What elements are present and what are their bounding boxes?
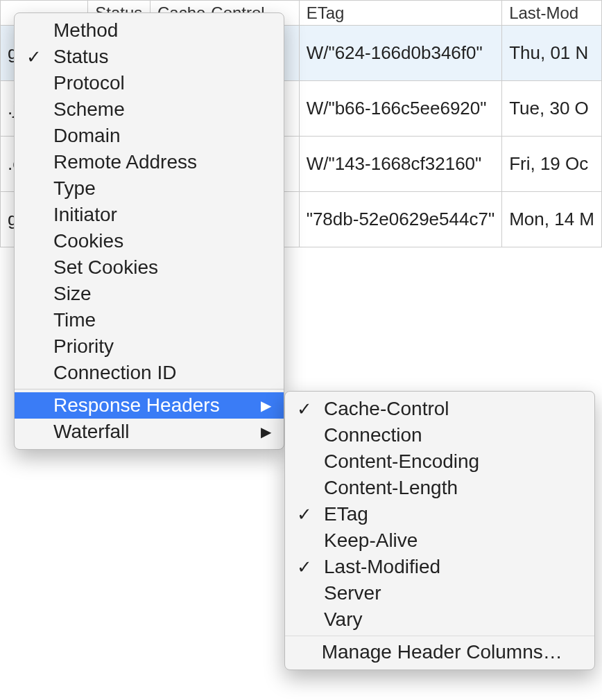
menu-item-label: Remote Address xyxy=(53,151,250,173)
response-headers-menu-item-last-modified[interactable]: ✓Last-Modified xyxy=(285,554,594,580)
col-header-lastmod[interactable]: Last-Mod xyxy=(502,1,602,26)
chevron-right-icon: ▶ xyxy=(250,423,271,440)
menu-item-label: Priority xyxy=(53,335,250,358)
menu-item-label: Size xyxy=(53,283,250,305)
context-submenu-response-headers[interactable]: ✓Cache-ControlConnectionContent-Encoding… xyxy=(284,391,595,670)
menu-item-label: Type xyxy=(53,177,250,200)
cell-lastmod: Tue, 30 O xyxy=(502,81,602,137)
menu-item-label: Cache-Control xyxy=(324,398,561,420)
menu-item-label: Cookies xyxy=(53,230,250,252)
check-icon: ✓ xyxy=(285,399,324,420)
columns-menu-item-time[interactable]: Time xyxy=(15,307,284,333)
cell-lastmod: Thu, 01 N xyxy=(502,26,602,81)
cell-etag: W/"b66-166c5ee6920" xyxy=(299,81,501,137)
response-headers-menu-item-cache-control[interactable]: ✓Cache-Control xyxy=(285,396,594,422)
response-headers-menu-item-content-length[interactable]: Content-Length xyxy=(285,475,594,501)
columns-menu-item-status[interactable]: ✓Status xyxy=(15,44,284,70)
cell-etag: W/"624-166d0b346f0" xyxy=(299,26,501,81)
menu-item-label: Server xyxy=(324,582,561,604)
columns-menu-item-response-headers[interactable]: Response Headers▶ xyxy=(15,392,284,419)
columns-menu-item-remote-address[interactable]: Remote Address xyxy=(15,149,284,175)
menu-item-label: Protocol xyxy=(53,72,250,94)
check-icon: ✓ xyxy=(285,557,324,578)
chevron-right-icon: ▶ xyxy=(250,397,271,414)
response-headers-menu-item-manage-header-columns[interactable]: Manage Header Columns… xyxy=(285,639,594,665)
menu-item-label: Connection ID xyxy=(53,362,250,384)
columns-menu-item-connection-id[interactable]: Connection ID xyxy=(15,360,284,386)
columns-menu-item-type[interactable]: Type xyxy=(15,175,284,202)
columns-menu-item-initiator[interactable]: Initiator xyxy=(15,202,284,228)
check-icon: ✓ xyxy=(285,504,324,525)
menu-item-label: Vary xyxy=(324,609,561,631)
context-menu-columns[interactable]: Method✓StatusProtocolSchemeDomainRemote … xyxy=(14,12,284,450)
response-headers-menu-item-content-encoding[interactable]: Content-Encoding xyxy=(285,448,594,475)
cell-etag: "78db-52e0629e544c7" xyxy=(299,192,501,247)
response-headers-menu-item-etag[interactable]: ✓ETag xyxy=(285,501,594,527)
menu-item-label: Last-Modified xyxy=(324,556,561,578)
menu-item-label: Time xyxy=(53,309,250,331)
columns-menu-separator xyxy=(15,389,284,390)
columns-menu-item-cookies[interactable]: Cookies xyxy=(15,228,284,254)
menu-item-label: Waterfall xyxy=(53,421,250,443)
menu-item-label: Response Headers xyxy=(53,394,250,417)
columns-menu-item-method[interactable]: Method xyxy=(15,17,284,44)
response-headers-menu-item-connection[interactable]: Connection xyxy=(285,422,594,448)
col-header-etag[interactable]: ETag xyxy=(299,1,501,26)
menu-item-label: Content-Encoding xyxy=(324,450,561,473)
menu-item-label: Content-Length xyxy=(324,477,561,499)
columns-menu-item-size[interactable]: Size xyxy=(15,281,284,307)
menu-item-label: Initiator xyxy=(53,204,250,226)
columns-menu-item-priority[interactable]: Priority xyxy=(15,333,284,360)
menu-item-label: Manage Header Columns… xyxy=(322,641,562,663)
response-headers-menu-item-keep-alive[interactable]: Keep-Alive xyxy=(285,527,594,554)
cell-lastmod: Mon, 14 M xyxy=(502,192,602,247)
columns-menu-item-domain[interactable]: Domain xyxy=(15,123,284,149)
columns-menu-item-waterfall[interactable]: Waterfall▶ xyxy=(15,419,284,445)
check-icon: ✓ xyxy=(15,46,53,68)
cell-etag: W/"143-1668cf32160" xyxy=(299,137,501,192)
menu-item-label: ETag xyxy=(324,503,561,525)
menu-item-label: Set Cookies xyxy=(53,256,250,279)
menu-item-label: Keep-Alive xyxy=(324,530,561,552)
menu-item-label: Domain xyxy=(53,125,250,147)
menu-item-label: Scheme xyxy=(53,98,250,121)
response-headers-menu-item-vary[interactable]: Vary xyxy=(285,606,594,633)
response-headers-menu-separator xyxy=(285,636,594,636)
columns-menu-item-protocol[interactable]: Protocol xyxy=(15,70,284,96)
menu-item-label: Status xyxy=(53,46,250,68)
menu-item-label: Connection xyxy=(324,424,561,446)
response-headers-menu-item-server[interactable]: Server xyxy=(285,580,594,606)
cell-lastmod: Fri, 19 Oc xyxy=(502,137,602,192)
columns-menu-item-set-cookies[interactable]: Set Cookies xyxy=(15,254,284,281)
menu-item-label: Method xyxy=(53,19,250,42)
columns-menu-item-scheme[interactable]: Scheme xyxy=(15,96,284,123)
